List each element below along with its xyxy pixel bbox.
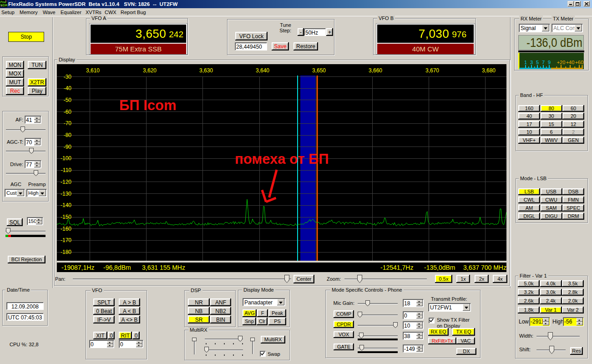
svg-text:3,610: 3,610 xyxy=(86,67,100,74)
svg-text:5: 5 xyxy=(536,60,539,65)
svg-text:3,620: 3,620 xyxy=(143,67,157,74)
svg-text:3,670: 3,670 xyxy=(425,67,439,74)
svg-text:+40: +40 xyxy=(566,60,575,65)
svg-text:-180: -180 xyxy=(61,249,71,255)
svg-text:3,650: 3,650 xyxy=(312,67,326,74)
svg-text:-170: -170 xyxy=(61,237,71,243)
svg-text:+60: +60 xyxy=(575,60,584,65)
svg-text:3: 3 xyxy=(530,60,533,65)
svg-text:7: 7 xyxy=(542,60,545,65)
svg-text:-110: -110 xyxy=(61,167,71,173)
svg-text:-150: -150 xyxy=(61,214,71,220)
svg-text:-80: -80 xyxy=(64,132,72,138)
svg-text:-70: -70 xyxy=(64,120,72,126)
svg-text:3,660: 3,660 xyxy=(369,67,382,74)
svg-text:SDR: SDR xyxy=(0,3,8,7)
svg-text:-90: -90 xyxy=(64,144,72,150)
svg-text:-140: -140 xyxy=(61,202,71,208)
svg-text:3,630: 3,630 xyxy=(199,67,213,74)
svg-text:-40: -40 xyxy=(64,85,72,91)
svg-text:-130: -130 xyxy=(61,191,71,197)
svg-text:-160: -160 xyxy=(61,226,71,232)
svg-text:помеха от БП: помеха от БП xyxy=(235,151,329,167)
svg-text:-100: -100 xyxy=(61,155,71,162)
svg-text:-30: -30 xyxy=(64,74,72,80)
svg-text:9: 9 xyxy=(548,60,551,65)
svg-text:БП Icom: БП Icom xyxy=(119,97,177,113)
svg-text:3,680: 3,680 xyxy=(482,67,496,74)
svg-text:1: 1 xyxy=(524,60,527,65)
svg-text:-120: -120 xyxy=(61,179,71,185)
svg-text:-60: -60 xyxy=(64,109,72,115)
svg-text:-50: -50 xyxy=(64,97,72,103)
svg-text:+20: +20 xyxy=(557,60,566,65)
svg-text:3,640: 3,640 xyxy=(256,67,269,74)
